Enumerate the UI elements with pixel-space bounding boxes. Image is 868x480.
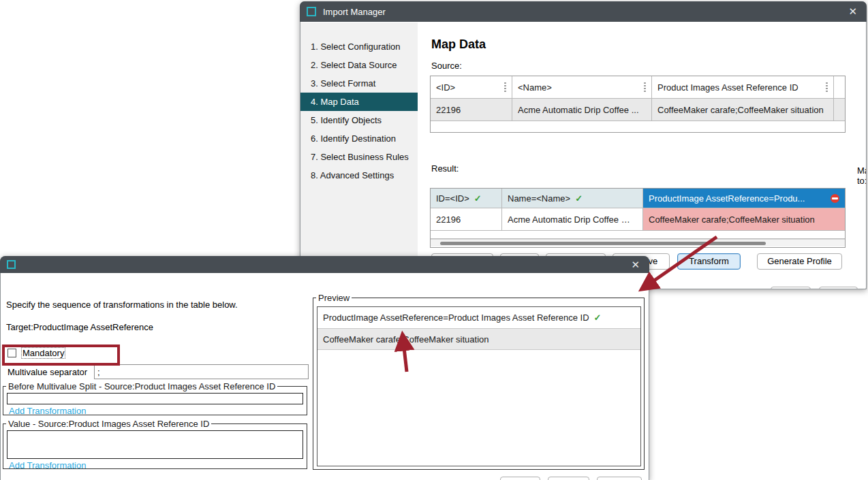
value-transformation-list[interactable] (7, 430, 303, 459)
value-group: Value - Source:Product Images Asset Refe… (3, 419, 307, 469)
check-icon: ✓ (594, 313, 602, 323)
multivalue-separator-input[interactable] (94, 364, 309, 379)
transformation-body: Specify the sequence of transformations … (1, 274, 649, 480)
close-icon[interactable]: ✕ (628, 259, 642, 271)
column-menu-icon[interactable] (644, 82, 646, 93)
import-manager-window: Import Manager ✕ 1. Select Configuration… (300, 1, 867, 289)
result-col-id[interactable]: ID=<ID> ✓ (431, 189, 502, 208)
result-cell-id[interactable]: 22196 (431, 208, 502, 230)
import-manager-body: 1. Select Configuration 2. Select Data S… (300, 22, 866, 289)
source-cell-asset-ref[interactable]: CoffeeMaker carafe;CoffeeMaker situation (652, 99, 834, 121)
step-map-data[interactable]: 4. Map Data (300, 93, 418, 111)
add-transformation-link[interactable]: Add Transformation (9, 460, 86, 470)
target-text: Target:ProductImage AssetReference (6, 322, 153, 332)
value-group-label: Value - Source:Product Images Asset Refe… (6, 419, 211, 429)
result-data-row[interactable]: 22196 Acme Automatic Drip Coffee Maker C… (431, 208, 845, 231)
window-title: Import Manager (323, 7, 386, 17)
next-button[interactable]: Next (819, 287, 858, 289)
result-label: Result: (431, 163, 459, 174)
app-icon (7, 260, 16, 269)
not-mapped-icon (831, 194, 839, 203)
reset-button[interactable]: Reset (548, 477, 589, 480)
before-multivalue-split-label: Before Multivalue Split - Source:Product… (6, 381, 277, 391)
result-table: ID=<ID> ✓ Name=<Name> ✓ ProductImage Ass… (430, 188, 846, 248)
step-identify-destination[interactable]: 6. Identify Destination (300, 129, 418, 148)
column-menu-icon[interactable] (826, 82, 828, 93)
step-select-configuration[interactable]: 1. Select Configuration (300, 37, 418, 56)
mandatory-label: Mandatory (21, 348, 65, 358)
before-split-transformation-list[interactable] (7, 393, 303, 404)
map-to-label: Map to: (857, 165, 866, 186)
back-button[interactable]: Back (771, 287, 811, 289)
column-menu-icon[interactable] (504, 82, 506, 93)
app-icon (307, 7, 316, 16)
map-data-panel: Map Data Source: <ID> <Name> (418, 22, 866, 289)
step-advanced-settings[interactable]: 8. Advanced Settings (300, 166, 418, 185)
multivalue-separator-label: Multivalue separator (7, 367, 87, 377)
add-transformation-link[interactable]: Add Transformation (9, 406, 86, 416)
generate-profile-button[interactable]: Generate Profile (757, 253, 842, 270)
result-cell-asset-ref[interactable]: CoffeeMaker carafe;CoffeeMaker situation (643, 208, 845, 230)
step-select-business-rules[interactable]: 7. Select Business Rules (300, 148, 418, 166)
save-button[interactable]: Save (500, 477, 540, 480)
transform-button[interactable]: Transform (677, 253, 741, 270)
source-label: Source: (431, 61, 462, 71)
preview-label: Preview (316, 293, 352, 303)
source-col-asset-ref[interactable]: Product Images Asset Reference ID (652, 76, 834, 98)
step-select-data-source[interactable]: 2. Select Data Source (300, 56, 418, 74)
wizard-steps: 1. Select Configuration 2. Select Data S… (300, 22, 418, 289)
result-header-row: ID=<ID> ✓ Name=<Name> ✓ ProductImage Ass… (431, 189, 845, 208)
source-col-name[interactable]: <Name> (512, 76, 652, 98)
screen: Import Manager ✕ 1. Select Configuration… (0, 0, 868, 480)
result-cell-name[interactable]: Acme Automatic Drip Coffee Maker (502, 208, 643, 230)
step-select-format[interactable]: 3. Select Format (300, 74, 418, 93)
source-cell-id[interactable]: 22196 (431, 99, 512, 121)
mandatory-checkbox[interactable] (7, 349, 16, 357)
import-manager-titlebar: Import Manager ✕ (300, 1, 867, 22)
finish-button[interactable]: Finish (865, 287, 866, 289)
source-table: <ID> <Name> Product Images Asset Referen… (430, 76, 846, 133)
source-data-row[interactable]: 22196 Acme Automatic Drip Coffee ... Cof… (431, 99, 845, 121)
before-multivalue-split-group: Before Multivalue Split - Source:Product… (3, 381, 307, 415)
check-icon: ✓ (575, 193, 583, 204)
cancel-button[interactable]: Cancel (597, 477, 642, 480)
close-icon[interactable]: ✕ (846, 5, 860, 18)
transformation-titlebar: ✕ (0, 256, 649, 273)
horizontal-scrollbar[interactable] (431, 239, 845, 246)
page-title: Map Data (431, 37, 486, 52)
preview-group: Preview ProductImage AssetReference=Prod… (313, 293, 645, 470)
result-col-name[interactable]: Name=<Name> ✓ (502, 189, 643, 208)
result-col-productimage-selected[interactable]: ProductImage AssetReference=Produ... (643, 189, 845, 208)
preview-list: ProductImage AssetReference=Product Imag… (317, 306, 641, 466)
result-empty-row (431, 231, 845, 239)
check-icon: ✓ (474, 193, 482, 204)
source-header-row: <ID> <Name> Product Images Asset Referen… (431, 76, 845, 99)
preview-value-row[interactable]: CoffeeMaker carafe|CoffeeMaker situation (317, 329, 640, 350)
transformation-dialog: ✕ Specify the sequence of transformation… (0, 256, 649, 480)
source-cell-name[interactable]: Acme Automatic Drip Coffee ... (512, 99, 652, 121)
instruction-text: Specify the sequence of transformations … (6, 300, 238, 310)
source-empty-row (431, 121, 845, 132)
source-col-sliver (834, 76, 845, 98)
scrollbar-thumb[interactable] (440, 242, 766, 245)
preview-mapping-row[interactable]: ProductImage AssetReference=Product Imag… (317, 307, 640, 329)
source-col-id[interactable]: <ID> (431, 76, 512, 98)
step-identify-objects[interactable]: 5. Identify Objects (300, 111, 418, 129)
